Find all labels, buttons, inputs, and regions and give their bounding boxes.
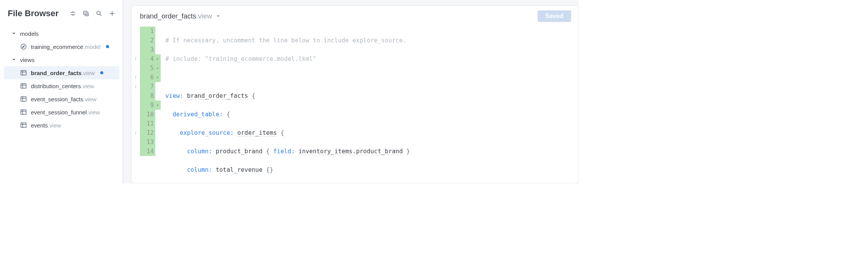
line-number: 1 (140, 27, 155, 36)
file-brand-order-facts[interactable]: brand_order_facts.view (4, 66, 119, 79)
file-training-ecommerce[interactable]: training_ecommerce.model (0, 40, 123, 53)
file-ext: .view (81, 83, 94, 89)
editor-area: brand_order_facts.view Saved 1 2 3 i4▾ 5… (123, 0, 579, 183)
svg-point-2 (21, 44, 26, 49)
folder-label: models (20, 30, 39, 37)
fold-marker[interactable]: ▾ (155, 64, 161, 73)
add-icon[interactable] (109, 10, 116, 17)
code-keyword: view: (165, 92, 183, 99)
svg-point-1 (97, 11, 100, 15)
file-tree: models training_ecommerce.model views br… (0, 25, 123, 133)
line-number: 13 (140, 138, 155, 147)
file-name: event_session_funnel (31, 109, 87, 116)
line-number: 14 (140, 147, 155, 156)
editor-panel: brand_order_facts.view Saved 1 2 3 i4▾ 5… (131, 5, 579, 183)
file-ext: .view (82, 70, 95, 76)
search-icon[interactable] (96, 10, 103, 17)
file-event-session-facts[interactable]: event_session_facts.view (0, 92, 123, 106)
line-number: 2 (140, 36, 155, 45)
modified-dot-icon (106, 45, 109, 48)
info-marker: i (131, 73, 140, 82)
caret-down-icon (12, 57, 16, 62)
file-ext: .view (48, 122, 61, 129)
table-icon (20, 82, 27, 89)
svg-rect-3 (21, 70, 26, 75)
code-keyword: column: (187, 166, 212, 173)
modified-dot-icon (100, 71, 103, 74)
info-marker: i (131, 82, 140, 91)
bulk-select-icon[interactable] (82, 10, 89, 17)
code-ident: total_revenue (216, 166, 262, 173)
sidebar-actions (69, 10, 116, 17)
line-number: 11 (140, 119, 155, 128)
fold-marker[interactable]: ▾ (155, 54, 161, 64)
code-comment: # If necessary, uncomment the line below… (165, 37, 406, 44)
code-editor[interactable]: 1 2 3 i4▾ 5▾ i6▾ i7 8 9▾ 10 11 i12 13 14… (131, 26, 578, 183)
table-icon (20, 109, 27, 116)
sidebar-header: File Browser (0, 7, 123, 25)
code-ident: product_brand (216, 148, 262, 155)
file-ext: .view (83, 96, 96, 102)
file-distribution-centers[interactable]: distribution_centers.view (0, 79, 123, 92)
folder-views[interactable]: views (0, 53, 123, 66)
line-number: 8 (140, 91, 155, 101)
line-number: 12 (140, 128, 155, 138)
compass-icon (20, 43, 27, 50)
line-number: 10 (140, 110, 155, 119)
code-keyword: derived_table: (173, 111, 223, 118)
info-marker: i (131, 54, 140, 64)
fold-marker[interactable]: ▾ (155, 101, 161, 110)
line-number: 4 (140, 54, 155, 64)
svg-rect-4 (21, 84, 26, 88)
svg-rect-5 (21, 97, 26, 101)
line-number: 6 (140, 73, 155, 82)
file-name: brand_order_facts (31, 70, 82, 76)
folder-label: views (20, 57, 35, 63)
file-browser-sidebar: File Browser models training_ecommerce.m… (0, 0, 123, 183)
svg-rect-7 (21, 123, 26, 127)
gutter: 1 2 3 i4▾ 5▾ i6▾ i7 8 9▾ 10 11 i12 13 14 (131, 26, 161, 183)
tab-file-name: brand_order_facts (140, 12, 196, 20)
file-name: distribution_centers (31, 83, 81, 89)
line-number: 5 (140, 64, 155, 73)
collapse-icon[interactable] (69, 10, 76, 17)
file-name: events (31, 122, 48, 129)
code-keyword: explore_source: (180, 129, 234, 136)
folder-models[interactable]: models (0, 27, 123, 40)
line-number: 7 (140, 82, 155, 91)
fold-marker[interactable]: ▾ (155, 73, 161, 82)
info-marker: i (131, 128, 140, 138)
code-comment: # include: "training_ecommerce.model.lkm… (165, 55, 316, 62)
table-icon (20, 122, 27, 129)
saved-button[interactable]: Saved (538, 10, 571, 22)
sidebar-title: File Browser (8, 8, 59, 18)
caret-down-icon (12, 31, 16, 36)
code-ident: order_items (237, 129, 277, 137)
file-name: training_ecommerce (31, 44, 83, 50)
file-event-session-funnel[interactable]: event_session_funnel.view (0, 106, 123, 119)
code-ident: inventory_items.product_brand (298, 148, 403, 155)
line-number: 3 (140, 45, 155, 54)
line-number: 9 (140, 101, 155, 110)
editor-tabbar: brand_order_facts.view Saved (131, 6, 578, 26)
tab-file-ext: .view (196, 12, 212, 20)
file-name: event_session_facts (31, 96, 83, 102)
file-ext: .view (87, 109, 100, 116)
table-icon (20, 69, 27, 76)
code-content[interactable]: # If necessary, uncomment the line below… (161, 26, 578, 183)
code-keyword: field: (273, 148, 295, 155)
svg-rect-6 (21, 110, 26, 114)
file-events[interactable]: events.view (0, 119, 123, 132)
table-icon (20, 96, 27, 102)
code-keyword: column: (187, 148, 212, 155)
file-tab[interactable]: brand_order_facts.view (140, 12, 220, 20)
code-ident: brand_order_facts (187, 92, 248, 100)
file-ext: .model (83, 44, 101, 50)
chevron-down-icon (216, 14, 220, 18)
